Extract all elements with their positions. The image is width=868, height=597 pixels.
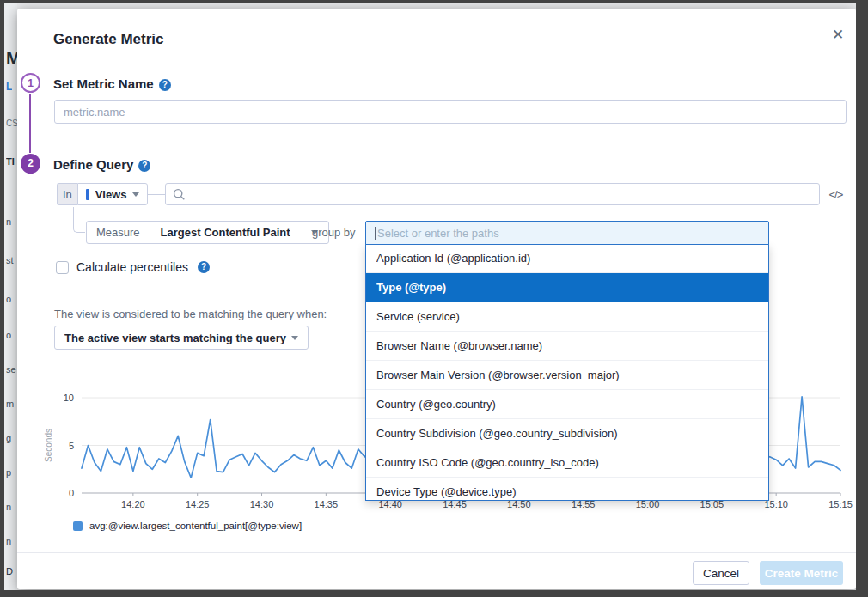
views-source-icon	[86, 189, 89, 200]
measure-group: Measure Largest Contentful Paint	[86, 221, 329, 244]
svg-text:14:20: 14:20	[121, 499, 145, 509]
background-text-fragment: D	[6, 566, 13, 576]
background-text-fragment: n	[6, 216, 11, 227]
modal-title: Generate Metric	[53, 31, 164, 48]
group-by-dropdown-panel: Application Id (@application.id)Type (@t…	[365, 244, 769, 501]
background-text-fragment: n	[6, 536, 11, 546]
matching-description: The view is considered to be matching th…	[54, 308, 327, 320]
background-text-fragment: o	[6, 330, 11, 340]
measure-selector[interactable]: Largest Contentful Paint	[150, 222, 328, 243]
svg-text:15:15: 15:15	[828, 499, 853, 509]
generate-metric-modal: Generate Metric ✕ 1 2 Set Metric Name? D…	[17, 9, 856, 589]
define-query-heading: Define Query?	[53, 157, 150, 172]
step-2-badge: 2	[21, 154, 40, 174]
dropdown-option[interactable]: Country (@geo.country)	[366, 390, 768, 419]
dropdown-option[interactable]: Application Id (@application.id)	[366, 244, 768, 273]
chevron-down-icon	[291, 336, 298, 340]
chevron-down-icon	[132, 192, 139, 197]
dropdown-option[interactable]: Country ISO Code (@geo.country_iso_code)	[366, 448, 768, 478]
background-content-sliver: MLCSTInstoosemgpnnD	[4, 3, 17, 590]
legend-color-swatch	[73, 521, 83, 531]
dropdown-option[interactable]: Browser Main Version (@browser.version_m…	[366, 361, 768, 390]
background-text-fragment: CS	[6, 119, 18, 128]
help-icon[interactable]: ?	[198, 261, 210, 273]
svg-text:14:30: 14:30	[250, 499, 274, 509]
background-text-fragment: n	[6, 502, 11, 512]
source-selector[interactable]: Views	[77, 183, 149, 205]
dropdown-option[interactable]: Type (@type)	[366, 273, 768, 302]
background-text-fragment: TI	[6, 156, 15, 167]
connector-elbow	[73, 207, 85, 233]
calculate-percentiles-checkbox[interactable]	[56, 261, 69, 274]
help-icon[interactable]: ?	[159, 79, 171, 91]
create-metric-button[interactable]: Create Metric	[760, 561, 843, 585]
close-icon[interactable]: ✕	[832, 26, 844, 44]
svg-text:Seconds: Seconds	[44, 429, 53, 462]
code-view-icon[interactable]: </>	[828, 188, 842, 201]
query-search-input[interactable]	[165, 183, 820, 205]
matching-mode-selector[interactable]: The active view starts matching the quer…	[54, 326, 309, 350]
background-text-fragment: se	[6, 364, 16, 375]
background-text-fragment: m	[6, 399, 14, 409]
calculate-percentiles-label: Calculate percentiles	[76, 260, 188, 274]
group-by-placeholder: Select or enter the paths	[377, 227, 499, 240]
background-text-fragment: o	[6, 294, 11, 304]
dropdown-option[interactable]: Browser Name (@browser.name)	[366, 332, 768, 361]
background-text-fragment: p	[6, 467, 11, 478]
svg-text:14:25: 14:25	[186, 499, 210, 509]
svg-text:5: 5	[69, 441, 74, 451]
step-1-badge: 1	[21, 73, 40, 93]
background-text-fragment: st	[6, 255, 14, 265]
svg-text:0: 0	[69, 488, 74, 498]
help-icon[interactable]: ?	[138, 160, 150, 172]
calculate-percentiles-row: Calculate percentiles ?	[56, 260, 210, 274]
footer-divider	[17, 552, 856, 553]
cancel-button[interactable]: Cancel	[693, 561, 749, 585]
measure-label: Measure	[87, 222, 150, 243]
in-label: In	[57, 183, 77, 205]
dropdown-option[interactable]: Service (service)	[366, 302, 768, 332]
metric-name-input[interactable]	[54, 100, 847, 124]
svg-text:10: 10	[64, 393, 74, 403]
dropdown-option[interactable]: Country Subdivision (@geo.country_subdiv…	[366, 419, 768, 448]
group-by-label: group by	[312, 226, 356, 239]
group-by-input[interactable]: Select or enter the paths	[365, 221, 769, 245]
background-text-fragment: L	[6, 81, 12, 93]
connector-line	[148, 194, 165, 195]
step-connector-line	[29, 94, 31, 153]
svg-text:14:35: 14:35	[315, 499, 339, 509]
background-text-fragment: g	[6, 433, 11, 443]
window-frame: MLCSTInstoosemgpnnD Generate Metric ✕ 1 …	[0, 0, 868, 597]
legend-label: avg:@view.largest_contentful_paint[@type…	[89, 521, 302, 531]
set-metric-name-heading: Set Metric Name?	[53, 76, 171, 91]
dropdown-option[interactable]: Device Type (@device.type)	[366, 478, 768, 501]
chart-legend: avg:@view.largest_contentful_paint[@type…	[73, 521, 302, 531]
background-page: MLCSTInstoosemgpnnD Generate Metric ✕ 1 …	[4, 3, 856, 590]
search-icon	[173, 188, 186, 201]
text-cursor	[375, 227, 376, 240]
